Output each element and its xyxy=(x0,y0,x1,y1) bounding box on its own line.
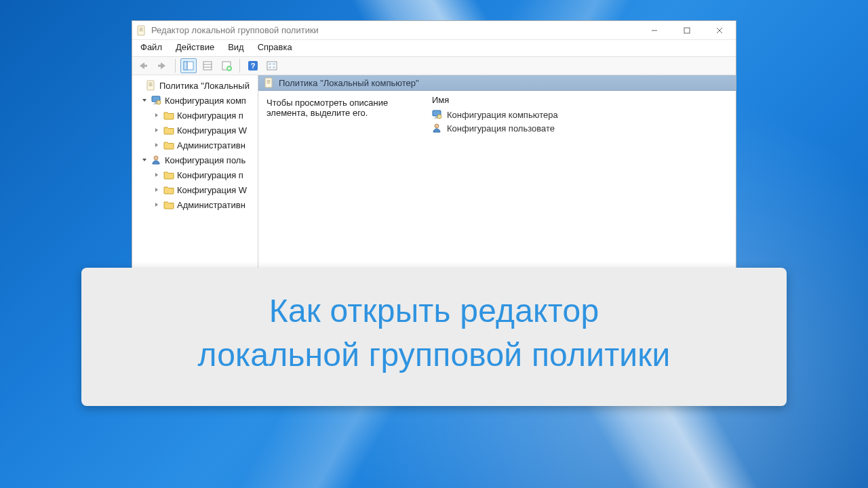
user-icon xyxy=(151,155,162,165)
tree-label: Конфигурация W xyxy=(177,125,247,136)
menu-view[interactable]: Вид xyxy=(221,40,251,56)
show-tree-button[interactable] xyxy=(180,58,197,73)
list-item-computer-config[interactable]: Конфигурация компьютера xyxy=(427,108,736,121)
svg-rect-30 xyxy=(143,65,147,67)
chevron-right-icon[interactable] xyxy=(153,141,161,149)
caption-text: Как открыть редактор локальной групповой… xyxy=(98,289,770,378)
titlebar[interactable]: Редактор локальной групповой политики xyxy=(132,21,736,40)
menubar: Файл Действие Вид Справка xyxy=(132,40,736,56)
folder-icon xyxy=(163,140,174,150)
list-item-label: Конфигурация пользовате xyxy=(447,123,555,134)
computer-icon xyxy=(432,109,443,120)
content-title: Политика "Локальный компьютер" xyxy=(279,78,419,88)
chevron-right-icon[interactable] xyxy=(153,171,161,179)
list-item-user-config[interactable]: Конфигурация пользовате xyxy=(427,121,736,135)
chevron-right-icon[interactable] xyxy=(153,111,161,119)
tree-item[interactable]: Административн xyxy=(132,197,258,212)
column-header-name[interactable]: Имя xyxy=(427,95,736,108)
tree-label: Административн xyxy=(177,200,245,210)
help-button[interactable] xyxy=(245,58,261,73)
chevron-right-icon[interactable] xyxy=(153,126,161,134)
tree-label: Административн xyxy=(177,140,245,150)
tree-label: Конфигурация поль xyxy=(165,155,245,165)
tree-computer-config[interactable]: Конфигурация комп xyxy=(132,93,258,108)
policy-icon xyxy=(264,77,275,88)
user-icon xyxy=(432,123,443,134)
tree-item[interactable]: Конфигурация W xyxy=(132,182,258,197)
tree-label: Конфигурация комп xyxy=(165,96,246,106)
tree-item[interactable]: Конфигурация п xyxy=(132,108,258,123)
properties-button[interactable] xyxy=(199,58,216,73)
menu-file[interactable]: Файл xyxy=(134,40,169,56)
tree-label: Конфигурация п xyxy=(177,110,243,121)
svg-rect-31 xyxy=(158,65,162,67)
tree-label: Конфигурация W xyxy=(177,185,247,195)
export-list-button[interactable] xyxy=(218,58,235,73)
caption-line-1: Как открыть редактор xyxy=(269,293,599,329)
window-title: Редактор локальной групповой политики xyxy=(151,25,319,35)
description-text: Чтобы просмотреть описание элемента, выд… xyxy=(267,98,388,118)
chevron-down-icon[interactable] xyxy=(140,96,149,104)
back-button[interactable] xyxy=(135,58,151,73)
policy-icon xyxy=(146,80,157,91)
menu-help[interactable]: Справка xyxy=(251,40,299,56)
folder-icon xyxy=(163,184,174,195)
close-button[interactable] xyxy=(703,21,736,40)
content-header: Политика "Локальный компьютер" xyxy=(258,75,736,91)
svg-rect-27 xyxy=(684,28,690,33)
folder-icon xyxy=(163,110,174,121)
tree-item[interactable]: Конфигурация W xyxy=(132,123,258,138)
folder-icon xyxy=(163,125,174,136)
caption-line-2: локальной групповой политики xyxy=(197,337,670,373)
maximize-button[interactable] xyxy=(671,21,703,40)
folder-icon xyxy=(163,199,174,210)
list-item-label: Конфигурация компьютера xyxy=(447,110,558,120)
folder-icon xyxy=(163,169,174,180)
tree-root-label: Политика "Локальный xyxy=(159,81,250,91)
minimize-button[interactable] xyxy=(638,21,671,40)
tree-item[interactable]: Конфигурация п xyxy=(132,167,258,182)
tree-user-config[interactable]: Конфигурация поль xyxy=(132,152,258,167)
tree-item[interactable]: Административн xyxy=(132,138,258,152)
caption-card: Как открыть редактор локальной групповой… xyxy=(81,268,787,406)
tree-root[interactable]: Политика "Локальный xyxy=(132,78,258,93)
forward-button[interactable] xyxy=(154,58,170,73)
chevron-right-icon[interactable] xyxy=(153,201,161,209)
chevron-down-icon[interactable] xyxy=(140,156,149,164)
menu-action[interactable]: Действие xyxy=(169,40,221,56)
view-mode-button[interactable] xyxy=(264,58,280,73)
tree-label: Конфигурация п xyxy=(177,170,243,180)
toolbar xyxy=(132,56,736,75)
computer-icon xyxy=(151,95,162,106)
app-icon xyxy=(136,25,147,36)
chevron-right-icon[interactable] xyxy=(153,186,161,194)
